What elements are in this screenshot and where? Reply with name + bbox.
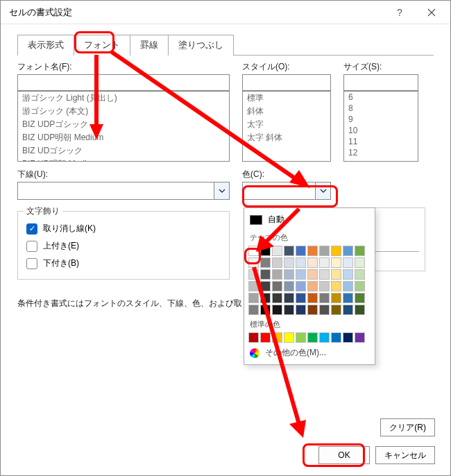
format-cells-dialog: セルの書式設定 ? 表示形式 フォント 罫線 塗りつぶし フォント名(F): 游… [0, 0, 451, 476]
svg-line-6 [254, 267, 299, 424]
svg-marker-7 [289, 420, 306, 438]
annotation-arrow-4 [1, 1, 451, 476]
